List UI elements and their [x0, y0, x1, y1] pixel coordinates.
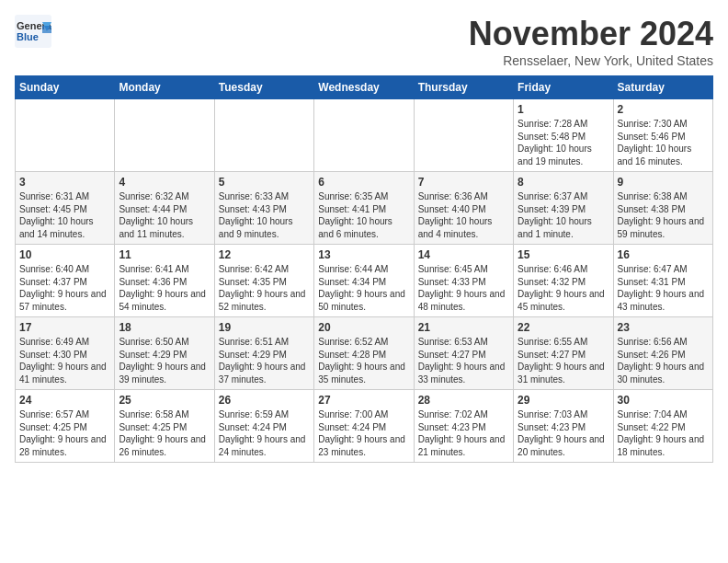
calendar-cell: 3Sunrise: 6:31 AM Sunset: 4:45 PM Daylig… — [16, 172, 115, 245]
day-number: 24 — [19, 394, 110, 407]
day-number: 21 — [418, 321, 509, 334]
calendar-cell: 29Sunrise: 7:03 AM Sunset: 4:23 PM Dayli… — [514, 390, 613, 463]
day-number: 10 — [19, 248, 110, 261]
week-row: 10Sunrise: 6:40 AM Sunset: 4:37 PM Dayli… — [16, 245, 713, 317]
logo-icon: General Blue — [15, 15, 51, 48]
calendar-cell: 15Sunrise: 6:46 AM Sunset: 4:32 PM Dayli… — [514, 245, 613, 317]
day-info: Sunrise: 6:41 AM Sunset: 4:36 PM Dayligh… — [119, 263, 210, 313]
day-number: 8 — [518, 176, 609, 189]
calendar-cell: 26Sunrise: 6:59 AM Sunset: 4:24 PM Dayli… — [214, 390, 313, 463]
calendar-cell: 19Sunrise: 6:51 AM Sunset: 4:29 PM Dayli… — [214, 317, 313, 390]
calendar-cell: 11Sunrise: 6:41 AM Sunset: 4:36 PM Dayli… — [115, 245, 214, 317]
day-number: 4 — [119, 176, 210, 189]
day-number: 30 — [618, 394, 709, 407]
day-number: 11 — [119, 248, 210, 261]
day-number: 20 — [318, 321, 409, 334]
day-number: 7 — [418, 176, 509, 189]
day-number: 28 — [418, 394, 509, 407]
weekday-saturday: Saturday — [613, 76, 712, 99]
calendar-cell: 22Sunrise: 6:55 AM Sunset: 4:27 PM Dayli… — [514, 317, 613, 390]
day-info: Sunrise: 6:49 AM Sunset: 4:30 PM Dayligh… — [19, 336, 110, 385]
calendar-cell — [115, 99, 214, 172]
day-info: Sunrise: 6:57 AM Sunset: 4:25 PM Dayligh… — [19, 408, 110, 458]
day-info: Sunrise: 6:58 AM Sunset: 4:25 PM Dayligh… — [119, 408, 210, 458]
day-info: Sunrise: 6:56 AM Sunset: 4:26 PM Dayligh… — [618, 336, 709, 385]
location: Rensselaer, New York, United States — [469, 53, 713, 68]
day-number: 14 — [418, 248, 509, 261]
day-info: Sunrise: 6:51 AM Sunset: 4:29 PM Dayligh… — [219, 336, 310, 385]
day-number: 5 — [219, 176, 310, 189]
calendar-cell — [214, 99, 313, 172]
calendar-cell: 30Sunrise: 7:04 AM Sunset: 4:22 PM Dayli… — [613, 390, 712, 463]
calendar-cell: 13Sunrise: 6:44 AM Sunset: 4:34 PM Dayli… — [314, 245, 414, 317]
calendar-cell: 17Sunrise: 6:49 AM Sunset: 4:30 PM Dayli… — [16, 317, 115, 390]
weekday-friday: Friday — [514, 76, 613, 99]
weekday-thursday: Thursday — [414, 76, 513, 99]
day-number: 25 — [119, 394, 210, 407]
calendar-cell: 27Sunrise: 7:00 AM Sunset: 4:24 PM Dayli… — [314, 390, 414, 463]
day-number: 12 — [219, 248, 310, 261]
calendar-cell: 16Sunrise: 6:47 AM Sunset: 4:31 PM Dayli… — [613, 245, 712, 317]
calendar-cell: 28Sunrise: 7:02 AM Sunset: 4:23 PM Dayli… — [414, 390, 513, 463]
day-info: Sunrise: 6:45 AM Sunset: 4:33 PM Dayligh… — [418, 263, 509, 313]
calendar-cell: 6Sunrise: 6:35 AM Sunset: 4:41 PM Daylig… — [314, 172, 414, 245]
day-number: 18 — [119, 321, 210, 334]
day-number: 23 — [618, 321, 709, 334]
weekday-sunday: Sunday — [16, 76, 115, 99]
day-number: 22 — [518, 321, 609, 334]
day-number: 16 — [618, 248, 709, 261]
weekday-wednesday: Wednesday — [314, 76, 414, 99]
day-info: Sunrise: 6:31 AM Sunset: 4:45 PM Dayligh… — [19, 190, 110, 240]
day-info: Sunrise: 6:37 AM Sunset: 4:39 PM Dayligh… — [518, 190, 609, 240]
day-number: 15 — [518, 248, 609, 261]
day-info: Sunrise: 6:35 AM Sunset: 4:41 PM Dayligh… — [318, 190, 409, 240]
day-number: 9 — [618, 176, 709, 189]
calendar-cell: 5Sunrise: 6:33 AM Sunset: 4:43 PM Daylig… — [214, 172, 313, 245]
day-info: Sunrise: 6:36 AM Sunset: 4:40 PM Dayligh… — [418, 190, 509, 240]
day-number: 17 — [19, 321, 110, 334]
day-info: Sunrise: 6:47 AM Sunset: 4:31 PM Dayligh… — [618, 263, 709, 313]
day-info: Sunrise: 7:03 AM Sunset: 4:23 PM Dayligh… — [518, 408, 609, 458]
calendar-cell — [16, 99, 115, 172]
svg-text:Blue: Blue — [17, 31, 39, 42]
logo: General Blue — [15, 15, 51, 48]
day-info: Sunrise: 7:04 AM Sunset: 4:22 PM Dayligh… — [618, 408, 709, 458]
day-info: Sunrise: 7:00 AM Sunset: 4:24 PM Dayligh… — [318, 408, 409, 458]
day-info: Sunrise: 6:46 AM Sunset: 4:32 PM Dayligh… — [518, 263, 609, 313]
calendar-cell: 12Sunrise: 6:42 AM Sunset: 4:35 PM Dayli… — [214, 245, 313, 317]
day-number: 6 — [318, 176, 409, 189]
title-area: November 2024 Rensselaer, New York, Unit… — [469, 15, 713, 68]
day-info: Sunrise: 6:53 AM Sunset: 4:27 PM Dayligh… — [418, 336, 509, 385]
calendar-cell: 9Sunrise: 6:38 AM Sunset: 4:38 PM Daylig… — [613, 172, 712, 245]
day-number: 13 — [318, 248, 409, 261]
day-number: 2 — [618, 103, 709, 116]
day-info: Sunrise: 6:33 AM Sunset: 4:43 PM Dayligh… — [219, 190, 310, 240]
week-row: 3Sunrise: 6:31 AM Sunset: 4:45 PM Daylig… — [16, 172, 713, 245]
calendar-body: 1Sunrise: 7:28 AM Sunset: 5:48 PM Daylig… — [16, 99, 713, 463]
calendar-cell: 18Sunrise: 6:50 AM Sunset: 4:29 PM Dayli… — [115, 317, 214, 390]
calendar-cell: 24Sunrise: 6:57 AM Sunset: 4:25 PM Dayli… — [16, 390, 115, 463]
day-number: 27 — [318, 394, 409, 407]
calendar-cell — [314, 99, 414, 172]
calendar-cell: 21Sunrise: 6:53 AM Sunset: 4:27 PM Dayli… — [414, 317, 513, 390]
calendar-cell: 14Sunrise: 6:45 AM Sunset: 4:33 PM Dayli… — [414, 245, 513, 317]
calendar-cell: 7Sunrise: 6:36 AM Sunset: 4:40 PM Daylig… — [414, 172, 513, 245]
day-info: Sunrise: 7:28 AM Sunset: 5:48 PM Dayligh… — [518, 118, 609, 167]
day-info: Sunrise: 6:42 AM Sunset: 4:35 PM Dayligh… — [219, 263, 310, 313]
weekday-header: SundayMondayTuesdayWednesdayThursdayFrid… — [16, 76, 713, 99]
calendar-cell: 20Sunrise: 6:52 AM Sunset: 4:28 PM Dayli… — [314, 317, 414, 390]
calendar-cell — [414, 99, 513, 172]
calendar-cell: 10Sunrise: 6:40 AM Sunset: 4:37 PM Dayli… — [16, 245, 115, 317]
calendar-cell: 2Sunrise: 7:30 AM Sunset: 5:46 PM Daylig… — [613, 99, 712, 172]
day-info: Sunrise: 6:50 AM Sunset: 4:29 PM Dayligh… — [119, 336, 210, 385]
day-number: 29 — [518, 394, 609, 407]
weekday-tuesday: Tuesday — [214, 76, 313, 99]
day-number: 3 — [19, 176, 110, 189]
weekday-monday: Monday — [115, 76, 214, 99]
calendar-cell: 4Sunrise: 6:32 AM Sunset: 4:44 PM Daylig… — [115, 172, 214, 245]
day-info: Sunrise: 6:52 AM Sunset: 4:28 PM Dayligh… — [318, 336, 409, 385]
header: General Blue November 2024 Rensselaer, N… — [15, 15, 713, 68]
week-row: 17Sunrise: 6:49 AM Sunset: 4:30 PM Dayli… — [16, 317, 713, 390]
calendar-cell: 8Sunrise: 6:37 AM Sunset: 4:39 PM Daylig… — [514, 172, 613, 245]
day-info: Sunrise: 7:30 AM Sunset: 5:46 PM Dayligh… — [618, 118, 709, 167]
